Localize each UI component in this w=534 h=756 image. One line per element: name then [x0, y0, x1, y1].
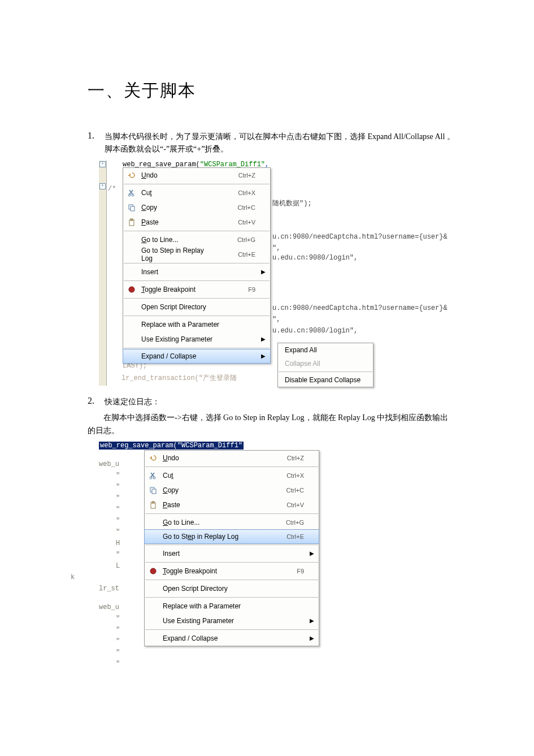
label: Use Existing Parameter — [141, 335, 255, 343]
code-area: web_reg_save_param("WCSParam_Diff1", /* … — [107, 161, 461, 386]
menu-paste[interactable]: Paste Ctrl+V — [145, 498, 319, 512]
copy-icon — [127, 202, 137, 213]
menu-use-param[interactable]: Use Existing Parameter ▶ — [145, 614, 319, 628]
label: Copy — [163, 486, 261, 494]
menu-undo[interactable]: Undo Ctrl+Z — [145, 451, 319, 465]
submenu-expand: Expand All Collapse All Disable Expand C… — [277, 343, 374, 387]
menu-paste[interactable]: Paste Ctrl+V — [123, 215, 270, 230]
menu-cut[interactable]: Cut Ctrl+X — [145, 468, 319, 483]
label: Expand All — [285, 346, 361, 354]
menu-goto-step[interactable]: Go to Step in Replay Log Ctrl+E — [144, 529, 319, 544]
shortcut: Ctrl+V — [228, 219, 255, 226]
code-frag: u.edu.cn:9080/login", — [272, 327, 358, 335]
separator — [279, 371, 372, 372]
shortcut: Ctrl+G — [228, 236, 255, 243]
menu-insert[interactable]: Insert ▶ — [123, 265, 270, 279]
shortcut: F9 — [228, 286, 255, 293]
separator — [145, 545, 318, 545]
label: Paste — [163, 501, 261, 509]
breakpoint-icon — [127, 284, 137, 295]
shortcut: Ctrl+E — [228, 251, 255, 258]
code-line: " — [116, 551, 120, 559]
menu-undo[interactable]: UUndondo Ctrl+Z — [123, 168, 270, 183]
list-item-2: 2. 快速定位日志： — [88, 396, 455, 408]
chevron-right-icon: ▶ — [261, 353, 266, 359]
list-item-1: 1. 当脚本代码很长时，为了显示更清晰，可以在脚本中点击右键如下图，选择 Exp… — [88, 131, 455, 156]
svg-point-6 — [129, 287, 134, 292]
menu-use-param[interactable]: Use Existing Parameter ▶ — [123, 332, 270, 347]
text-2-l1: 快速定位日志： — [105, 398, 160, 406]
shortcut: Ctrl+V — [277, 502, 304, 508]
menu-replace-param[interactable]: Replace with a Parameter — [145, 599, 319, 614]
chevron-right-icon: ▶ — [310, 617, 314, 624]
menu-toggle-bp[interactable]: Toggle Breakpoint F9 — [145, 564, 319, 578]
chevron-right-icon: ▶ — [261, 336, 266, 342]
code-line: " — [116, 660, 120, 668]
label: Collapse All — [285, 360, 361, 368]
svg-point-13 — [150, 568, 156, 574]
svg-rect-10 — [152, 489, 156, 494]
code-comment-marker: /* — [108, 185, 116, 193]
label: Cut — [141, 189, 212, 197]
label: Replace with a Parameter — [141, 321, 255, 329]
separator — [145, 562, 318, 563]
chevron-right-icon: ▶ — [310, 635, 314, 641]
code-selected: web_reg_save_param("WCSParam_Diff1" — [99, 442, 244, 450]
menu-expand-collapse[interactable]: Expand / Collapse ▶ — [145, 631, 319, 646]
chevron-right-icon: ▶ — [310, 550, 314, 556]
label: Copy — [141, 204, 212, 211]
label: Insert — [141, 268, 255, 276]
separator — [124, 280, 270, 281]
code-line: " — [116, 517, 120, 525]
breakpoint-icon — [148, 566, 158, 576]
submenu-collapse-all[interactable]: Collapse All — [278, 357, 373, 370]
cut-icon — [127, 188, 137, 198]
menu-insert[interactable]: Insert ▶ — [145, 546, 319, 561]
page-title: 一、关于脚本 — [88, 79, 455, 102]
code-line: web_u — [99, 603, 119, 611]
context-menu: UUndondo Ctrl+Z Cut Ctrl+X Copy Ctrl+C — [123, 167, 271, 364]
code-line: " — [116, 506, 120, 513]
fold-plus-icon[interactable]: + — [99, 183, 106, 189]
label: Open Script Directory — [163, 585, 304, 593]
label: Open Script Directory — [141, 303, 255, 311]
label: Go to Step in Replay Log — [141, 247, 212, 262]
menu-cut[interactable]: Cut Ctrl+X — [123, 185, 270, 200]
submenu-expand-all[interactable]: Expand All — [278, 343, 373, 357]
text-2b: Go to Step in Replay Log — [223, 413, 305, 422]
code-line: " — [116, 649, 120, 656]
menu-copy[interactable]: Copy Ctrl+C — [145, 483, 319, 498]
menu-replace-param[interactable]: Replace with a Parameter — [123, 317, 270, 332]
code-line: " — [116, 637, 120, 645]
menu-open-dir[interactable]: Open Script Directory — [145, 581, 319, 596]
code-line: " — [116, 472, 120, 479]
fold-plus-icon[interactable]: + — [99, 161, 106, 167]
list-body-2b: 在脚本中选择函数一->右键，选择 Go to Step in Replay Lo… — [88, 412, 455, 437]
code-line: web_u — [99, 460, 119, 468]
list-body: 当脚本代码很长时，为了显示更清晰，可以在脚本中点击右键如下图，选择 Expand… — [105, 131, 455, 156]
menu-toggle-bp[interactable]: Toggle Breakpoint F9 — [123, 282, 270, 297]
menu-goto-line[interactable]: Go to Line... Ctrl+G — [145, 515, 319, 530]
separator — [124, 348, 270, 348]
separator — [145, 597, 318, 598]
submenu-disable[interactable]: Disable Expand Collapse — [278, 373, 373, 387]
menu-copy[interactable]: Copy Ctrl+C — [123, 200, 270, 215]
code-frag: u.cn:9080/needCaptcha.html?username={use… — [272, 233, 448, 241]
menu-expand-collapse[interactable]: Expand / Collapse ▶ — [123, 349, 271, 364]
label: Undo — [163, 454, 261, 462]
menu-goto-step[interactable]: Go to Step in Replay Log Ctrl+E — [123, 247, 270, 262]
menu-goto-line[interactable]: Go to Line... Ctrl+G — [123, 232, 270, 247]
label: Expand / Collapse — [163, 634, 304, 642]
label: Go to Line... — [141, 236, 212, 244]
shortcut: Ctrl+G — [277, 519, 304, 526]
separator — [124, 316, 270, 316]
label: Toggle Breakpoint — [141, 286, 212, 293]
label: UUndondo — [141, 171, 212, 179]
shortcut: Ctrl+X — [277, 472, 304, 479]
label: Use Existing Parameter — [163, 617, 304, 625]
code-line: " — [116, 626, 120, 634]
text-2c: ，就能在 — [305, 413, 338, 422]
context-menu-2: Undo Ctrl+Z Cut Ctrl+X Copy Ctrl+C Paste… — [144, 450, 319, 646]
menu-open-dir[interactable]: Open Script Directory — [123, 300, 270, 314]
separator — [124, 231, 270, 231]
